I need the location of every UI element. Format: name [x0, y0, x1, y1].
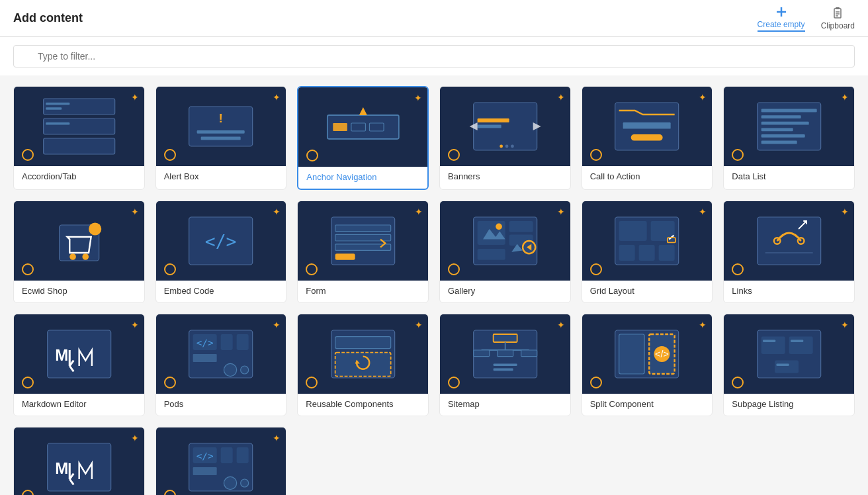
plus-icon: [775, 5, 788, 19]
svg-rect-95: [493, 363, 517, 366]
svg-rect-103: [761, 337, 785, 354]
svg-rect-50: [335, 225, 391, 232]
card-thumbnail-data-list: ✦: [724, 87, 854, 166]
card-thumbnail-banners: ✦: [440, 87, 570, 166]
svg-rect-18: [197, 130, 245, 134]
favorite-star-reusable-components[interactable]: ✦: [415, 320, 423, 330]
svg-text:M: M: [55, 459, 68, 477]
svg-point-46: [89, 222, 101, 235]
card-label-subpage-listing: Subpage Listing: [724, 394, 854, 416]
card-circle-gallery: [448, 263, 460, 275]
svg-rect-21: [333, 123, 347, 131]
card-links[interactable]: ✦ Links: [723, 201, 855, 303]
svg-rect-11: [46, 103, 69, 105]
svg-point-44: [69, 253, 76, 260]
favorite-star-grid-layout[interactable]: ✦: [699, 206, 707, 217]
favorite-star-gallery[interactable]: ✦: [557, 206, 565, 217]
card-embed-code[interactable]: ✦ </> Embed Code: [155, 201, 287, 303]
card-circle-grid-layout: [590, 263, 602, 275]
svg-rect-85: [335, 337, 391, 349]
svg-text:M: M: [55, 346, 68, 364]
card-subpage-listing[interactable]: ✦ Subpage Listing: [723, 314, 855, 416]
create-empty-label: Create empty: [758, 20, 805, 29]
favorite-star-pods[interactable]: ✦: [273, 320, 281, 330]
card-thumbnail-sitemap: ✦: [440, 314, 570, 394]
svg-rect-13: [43, 118, 114, 134]
card-thumbnail-markdown-editor-2: ✦ M: [14, 428, 144, 495]
card-thumbnail-call-to-action: ✦: [582, 87, 713, 166]
card-grid-layout[interactable]: ✦ Grid Layout: [582, 201, 713, 303]
svg-rect-9: [43, 99, 114, 114]
svg-rect-71: [758, 217, 821, 265]
favorite-star-links[interactable]: ✦: [841, 206, 849, 217]
svg-rect-42: [761, 141, 797, 144]
card-pods[interactable]: ✦ </> Pods: [155, 314, 287, 416]
card-thumbnail-anchor-navigation: ✦: [298, 87, 427, 167]
card-markdown-editor[interactable]: ✦ M Markdown Editor: [13, 314, 145, 416]
favorite-star-pods-2[interactable]: ✦: [273, 433, 281, 443]
card-thumbnail-ecwid-shop: ✦: [14, 201, 144, 281]
favorite-star-alert-box[interactable]: ✦: [273, 92, 281, 103]
favorite-star-accordion-tab[interactable]: ✦: [131, 92, 139, 103]
card-call-to-action[interactable]: ✦ Call to Action: [582, 86, 713, 190]
favorite-star-markdown-editor-2[interactable]: ✦: [131, 433, 139, 443]
favorite-star-form[interactable]: ✦: [415, 206, 423, 217]
svg-point-30: [499, 145, 503, 148]
favorite-star-split-component[interactable]: ✦: [699, 320, 707, 330]
card-circle-links: [732, 263, 744, 275]
card-accordion-tab[interactable]: ✦ Accordion/Tab: [13, 86, 145, 190]
card-sitemap[interactable]: ✦ Sitemap: [439, 314, 571, 416]
svg-rect-2: [834, 9, 841, 18]
svg-rect-26: [477, 118, 509, 122]
favorite-star-markdown-editor[interactable]: ✦: [131, 320, 139, 330]
svg-point-116: [224, 476, 237, 489]
card-label-accordion-tab: Accordion/Tab: [14, 166, 144, 188]
svg-rect-115: [237, 447, 249, 463]
card-label-embed-code: Embed Code: [156, 281, 286, 302]
favorite-star-ecwid-shop[interactable]: ✦: [131, 206, 139, 217]
svg-rect-58: [509, 221, 533, 232]
card-data-list[interactable]: ✦ Data List: [723, 86, 855, 190]
card-circle-form: [306, 263, 318, 275]
clipboard-icon: [831, 7, 844, 20]
card-thumbnail-links: ✦: [724, 201, 854, 281]
card-thumbnail-pods-2: ✦ </>: [156, 428, 286, 495]
card-circle-markdown-editor: [22, 377, 34, 388]
card-form[interactable]: ✦ Form: [297, 201, 429, 303]
card-ecwid-shop[interactable]: ✦ Ecwid Shop: [13, 201, 145, 303]
card-thumbnail-subpage-listing: ✦: [724, 314, 854, 394]
card-split-component[interactable]: ✦ </> Split Component: [582, 314, 713, 416]
create-empty-button[interactable]: Create empty: [758, 5, 805, 32]
search-input[interactable]: [13, 45, 855, 68]
svg-rect-40: [761, 128, 793, 131]
svg-point-117: [241, 479, 249, 487]
svg-rect-83: [193, 354, 217, 362]
card-gallery[interactable]: ✦ Gallery: [439, 201, 571, 303]
clipboard-button[interactable]: Clipboard: [821, 7, 855, 30]
card-alert-box[interactable]: ✦ ! Alert Box: [155, 86, 287, 190]
card-circle-sitemap: [448, 377, 460, 388]
card-label-call-to-action: Call to Action: [582, 166, 713, 188]
card-thumbnail-split-component: ✦ </>: [582, 314, 713, 394]
favorite-star-sitemap[interactable]: ✦: [557, 320, 565, 330]
card-thumbnail-gallery: ✦: [440, 201, 570, 281]
favorite-star-data-list[interactable]: ✦: [841, 92, 849, 103]
favorite-star-anchor-navigation[interactable]: ✦: [414, 93, 422, 103]
favorite-star-call-to-action[interactable]: ✦: [699, 92, 707, 103]
clipboard-label: Clipboard: [821, 21, 855, 30]
svg-point-82: [241, 366, 249, 374]
search-bar: [0, 37, 868, 75]
favorite-star-subpage-listing[interactable]: ✦: [841, 320, 849, 330]
card-banners[interactable]: ✦ Banners: [439, 86, 571, 190]
card-pods-2[interactable]: ✦ </> Pods: [155, 427, 287, 495]
svg-marker-24: [359, 107, 367, 115]
card-anchor-navigation[interactable]: ✦ Anchor Navigation: [297, 86, 429, 190]
favorite-star-banners[interactable]: ✦: [557, 92, 565, 103]
card-reusable-components[interactable]: ✦ Reusable Components: [297, 314, 429, 416]
svg-rect-3: [836, 7, 840, 9]
card-label-form: Form: [298, 281, 428, 302]
card-markdown-editor-2[interactable]: ✦ M Markdown Editor: [13, 427, 145, 495]
svg-point-57: [496, 224, 502, 230]
favorite-star-embed-code[interactable]: ✦: [273, 206, 281, 217]
svg-text:</>: </>: [655, 349, 669, 359]
